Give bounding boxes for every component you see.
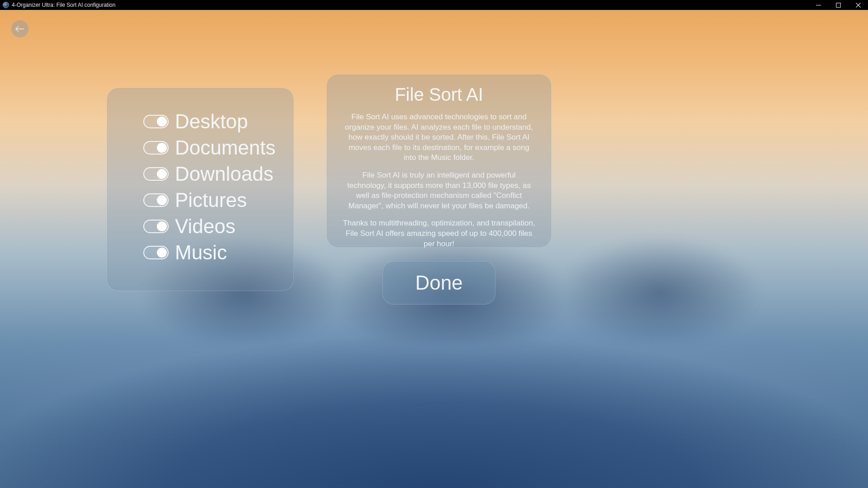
toggle-label-downloads: Downloads bbox=[175, 164, 274, 184]
toggle-knob bbox=[157, 117, 167, 127]
toggle-row-desktop: Desktop bbox=[143, 109, 281, 134]
toggle-knob bbox=[157, 248, 167, 258]
toggle-row-music: Music bbox=[143, 240, 281, 265]
toggle-switch-documents[interactable] bbox=[143, 141, 169, 155]
close-icon bbox=[856, 3, 861, 8]
toggle-row-documents: Documents bbox=[143, 135, 281, 160]
back-button[interactable] bbox=[11, 20, 29, 38]
window-maximize-button[interactable] bbox=[828, 0, 848, 10]
toggle-switch-desktop[interactable] bbox=[143, 115, 169, 128]
info-paragraph-3: Thanks to multithreading, optimization, … bbox=[342, 218, 536, 249]
toggle-knob bbox=[157, 195, 167, 205]
toggle-label-desktop: Desktop bbox=[175, 112, 248, 131]
window-title: 4-Organizer Ultra: File Sort AI configur… bbox=[12, 2, 115, 8]
toggle-label-pictures: Pictures bbox=[175, 190, 247, 210]
info-paragraph-1: File Sort AI uses advanced technologies … bbox=[342, 112, 536, 163]
toggle-switch-music[interactable] bbox=[143, 246, 169, 259]
arrow-left-icon bbox=[15, 25, 25, 33]
toggle-label-documents: Documents bbox=[175, 138, 276, 158]
toggle-switch-pictures[interactable] bbox=[143, 193, 169, 207]
info-title: File Sort AI bbox=[342, 84, 536, 105]
toggle-label-videos: Videos bbox=[175, 216, 236, 236]
info-paragraph-2: File Sort AI is truly an intelligent and… bbox=[342, 170, 536, 211]
window-close-button[interactable] bbox=[848, 0, 868, 10]
svg-rect-0 bbox=[836, 3, 840, 7]
window-minimize-button[interactable] bbox=[808, 0, 828, 10]
toggle-knob bbox=[157, 221, 167, 231]
minimize-icon bbox=[816, 3, 821, 8]
toggle-knob bbox=[157, 169, 167, 179]
toggle-knob bbox=[157, 143, 167, 153]
window-titlebar: 4-Organizer Ultra: File Sort AI configur… bbox=[0, 0, 868, 10]
toggle-switch-downloads[interactable] bbox=[143, 167, 169, 181]
app-icon bbox=[3, 2, 9, 8]
done-button[interactable]: Done bbox=[382, 261, 495, 305]
done-button-label: Done bbox=[415, 272, 462, 294]
toggle-label-music: Music bbox=[175, 243, 227, 263]
toggle-switch-videos[interactable] bbox=[143, 220, 169, 233]
folders-toggle-panel: Desktop Documents Downloads Pictures Vid… bbox=[107, 88, 294, 291]
toggle-row-downloads: Downloads bbox=[143, 161, 281, 187]
toggle-row-videos: Videos bbox=[143, 214, 281, 239]
toggle-row-pictures: Pictures bbox=[143, 188, 281, 213]
info-panel: File Sort AI File Sort AI uses advanced … bbox=[326, 74, 552, 248]
maximize-icon bbox=[836, 3, 841, 8]
